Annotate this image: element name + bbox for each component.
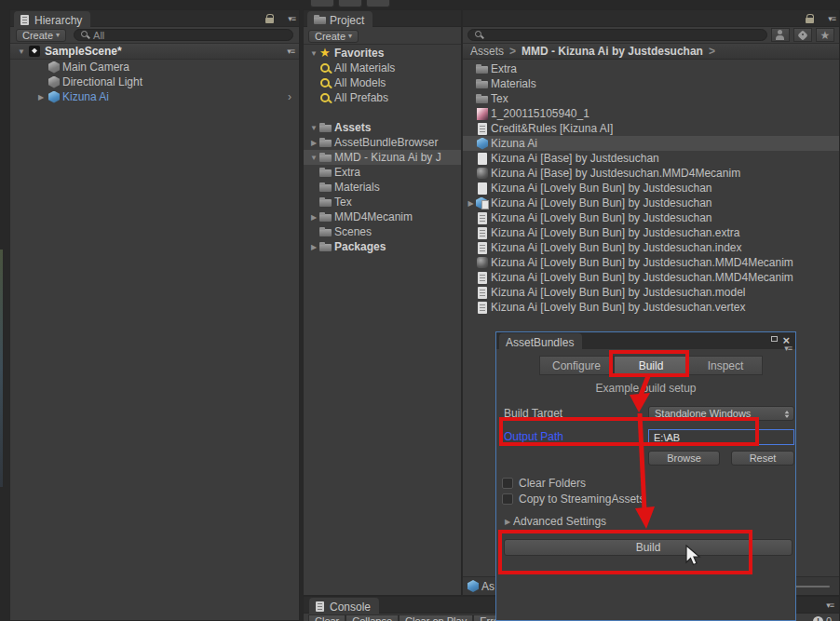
play-button[interactable] bbox=[310, 0, 334, 7]
console-toolbar-button[interactable]: Clear on Play bbox=[399, 614, 473, 621]
assets-tree-label: MMD4Mecanim bbox=[332, 210, 413, 223]
assets-tree-row[interactable]: Materials bbox=[304, 180, 461, 195]
tab-project[interactable]: Project bbox=[307, 11, 373, 27]
Kizuna Ai[interactable]: Kizuna Ai bbox=[463, 136, 839, 151]
dialog-mode-tab[interactable]: Configure bbox=[539, 356, 614, 375]
Tex[interactable]: Tex bbox=[463, 91, 839, 106]
hierarchy-row[interactable]: Kizuna Ai › bbox=[10, 89, 299, 104]
folder-icon bbox=[319, 226, 332, 238]
file-name: Kizuna Ai [Lovely Bun Bun] by Justdesuch… bbox=[489, 226, 740, 239]
filter-by-label-button[interactable] bbox=[793, 28, 812, 42]
pane-menu-icon[interactable] bbox=[288, 14, 295, 23]
expander-icon[interactable] bbox=[308, 124, 319, 132]
file-name: Kizuna Ai [Lovely Bun Bun] by Justdesuch… bbox=[489, 182, 712, 195]
favorites-row[interactable]: All Prefabs bbox=[304, 90, 461, 105]
breadcrumb: Assets > MMD - Kizuna Ai by Justdesuchan… bbox=[463, 44, 839, 60]
dialog-menu-icon[interactable] bbox=[784, 344, 792, 353]
Kizuna Ai [Base] by Justdesuchan[interactable]: Kizuna Ai [Base] by Justdesuchan bbox=[463, 151, 839, 166]
hierarchy-item-label: Kizuna Ai bbox=[61, 90, 109, 103]
assets-tree-row[interactable]: Scenes bbox=[304, 224, 461, 239]
file-name: Kizuna Ai [Lovely Bun Bun] by Justdesuch… bbox=[489, 196, 712, 209]
dialog-tab-assetbundles[interactable]: AssetBundles bbox=[499, 333, 582, 349]
mmd-icon bbox=[476, 168, 489, 180]
checkbox[interactable] bbox=[502, 478, 513, 489]
expander-icon[interactable]: ▼ bbox=[15, 47, 28, 56]
breadcrumb-root[interactable]: Assets bbox=[470, 45, 504, 58]
tab-hierarchy[interactable]: Hierarchy bbox=[14, 11, 90, 27]
assets-tree-row[interactable]: Tex bbox=[304, 195, 461, 209]
browse-button[interactable]: Browse bbox=[648, 451, 720, 466]
dialog-titlebar[interactable]: AssetBundles × bbox=[496, 332, 795, 349]
reset-button[interactable]: Reset bbox=[731, 451, 794, 466]
option-row[interactable]: Clear Folders bbox=[502, 475, 644, 491]
file-name: Kizuna Ai bbox=[489, 137, 537, 150]
Credit&Rules [Kizuna AI][interactable]: Credit&Rules [Kizuna AI] bbox=[463, 121, 839, 136]
scene-header[interactable]: ▼ SampleScene* bbox=[10, 44, 299, 60]
assets-tree-row[interactable]: MMD4Mecanim bbox=[304, 209, 461, 224]
search-icon bbox=[319, 92, 332, 104]
maximize-icon[interactable] bbox=[771, 336, 778, 342]
console-toolbar-button[interactable]: Clear bbox=[308, 614, 345, 621]
hierarchy-row[interactable]: Main Camera bbox=[10, 60, 299, 74]
Kizuna Ai [Lovely Bun Bun] by Justdesuchan[interactable]: Kizuna Ai [Lovely Bun Bun] by Justdesuch… bbox=[463, 181, 839, 196]
dialog-mode-tab[interactable]: Inspect bbox=[688, 356, 763, 375]
pane-menu-icon[interactable] bbox=[826, 601, 833, 610]
pane-menu-icon[interactable] bbox=[828, 14, 835, 23]
expander-icon[interactable] bbox=[308, 154, 319, 162]
expander-icon[interactable] bbox=[308, 243, 319, 251]
scene-menu-icon[interactable] bbox=[287, 47, 299, 56]
pause-button[interactable] bbox=[338, 0, 362, 7]
favorites-row[interactable]: All Models bbox=[304, 75, 461, 90]
Materials[interactable]: Materials bbox=[463, 76, 839, 91]
Extra[interactable]: Extra bbox=[463, 61, 839, 76]
folder-icon bbox=[319, 167, 332, 179]
favorites-row[interactable]: All Materials bbox=[304, 61, 461, 75]
lock-icon[interactable] bbox=[265, 14, 275, 24]
error-count-badge[interactable]: ! 0 bbox=[813, 615, 832, 621]
filter-by-type-button[interactable] bbox=[771, 28, 790, 42]
lock-icon[interactable] bbox=[806, 14, 815, 24]
checkbox[interactable] bbox=[502, 493, 513, 505]
expander-icon[interactable] bbox=[308, 213, 319, 222]
Kizuna Ai [Lovely Bun Bun] by Justdesuchan.MMD4Mecanim[interactable]: Kizuna Ai [Lovely Bun Bun] by Justdesuch… bbox=[463, 270, 839, 285]
textdoc-icon bbox=[476, 287, 489, 299]
step-button[interactable] bbox=[366, 0, 390, 7]
Kizuna Ai [Lovely Bun Bun] by Justdesuchan[interactable]: Kizuna Ai [Lovely Bun Bun] by Justdesuch… bbox=[463, 196, 839, 210]
annotation-box-output-path bbox=[499, 417, 759, 446]
file-name: Kizuna Ai [Lovely Bun Bun] by Justdesuch… bbox=[489, 286, 746, 299]
Kizuna Ai [Lovely Bun Bun] by Justdesuchan.vertex[interactable]: Kizuna Ai [Lovely Bun Bun] by Justdesuch… bbox=[463, 300, 839, 315]
assets-tree-label: MMD - Kizuna Ai by J bbox=[332, 151, 441, 164]
breadcrumb-current[interactable]: MMD - Kizuna Ai by Justdesuchan bbox=[522, 45, 703, 58]
Kizuna Ai [Lovely Bun Bun] by Justdesuchan.index[interactable]: Kizuna Ai [Lovely Bun Bun] by Justdesuch… bbox=[463, 240, 839, 255]
asset-search-input[interactable] bbox=[467, 29, 767, 41]
expander-icon[interactable] bbox=[502, 518, 513, 526]
assets-tree-row[interactable]: AssetBundleBrowser bbox=[304, 135, 461, 150]
project-create-button[interactable]: Create bbox=[308, 30, 359, 43]
tab-console[interactable]: Console bbox=[309, 598, 379, 614]
expander-icon[interactable] bbox=[34, 93, 47, 101]
expander-icon[interactable] bbox=[308, 49, 319, 58]
favorites-row[interactable]: Favorites bbox=[304, 46, 461, 61]
prefab-chevron-icon[interactable]: › bbox=[288, 90, 299, 103]
hierarchy-search-input[interactable]: All bbox=[74, 29, 293, 41]
advanced-settings-foldout[interactable]: Advanced Settings bbox=[502, 515, 606, 528]
assets-tree-row[interactable]: Extra bbox=[304, 165, 461, 180]
assets-tree-row[interactable]: Assets bbox=[304, 120, 461, 135]
console-toolbar-button[interactable]: Collapse bbox=[345, 614, 399, 621]
Kizuna Ai [Base] by Justdesuchan.MMD4Mecanim[interactable]: Kizuna Ai [Base] by Justdesuchan.MMD4Mec… bbox=[463, 166, 839, 181]
assets-tree-row[interactable]: Packages bbox=[304, 239, 461, 254]
assets-tree-label: AssetBundleBrowser bbox=[332, 136, 438, 149]
hierarchy-row[interactable]: Directional Light bbox=[10, 74, 299, 89]
Kizuna Ai [Lovely Bun Bun] by Justdesuchan[interactable]: Kizuna Ai [Lovely Bun Bun] by Justdesuch… bbox=[463, 210, 839, 225]
hierarchy-create-button[interactable]: Create bbox=[16, 29, 66, 42]
Kizuna Ai [Lovely Bun Bun] by Justdesuchan.MMD4Mecanim[interactable]: Kizuna Ai [Lovely Bun Bun] by Justdesuch… bbox=[463, 255, 839, 270]
expander-icon[interactable] bbox=[466, 199, 476, 208]
expander-icon[interactable] bbox=[308, 139, 319, 147]
assets-tree-row[interactable]: MMD - Kizuna Ai by J bbox=[304, 150, 461, 165]
option-row[interactable]: Copy to StreamingAssets bbox=[502, 491, 644, 506]
hierarchy-item-label: Directional Light bbox=[61, 75, 142, 88]
Kizuna Ai [Lovely Bun Bun] by Justdesuchan.model[interactable]: Kizuna Ai [Lovely Bun Bun] by Justdesuch… bbox=[463, 285, 839, 300]
Kizuna Ai [Lovely Bun Bun] by Justdesuchan.extra[interactable]: Kizuna Ai [Lovely Bun Bun] by Justdesuch… bbox=[463, 225, 839, 240]
favorites-filter-button[interactable] bbox=[816, 28, 834, 42]
1_200115105940_1[interactable]: 1_200115105940_1 bbox=[463, 106, 839, 121]
